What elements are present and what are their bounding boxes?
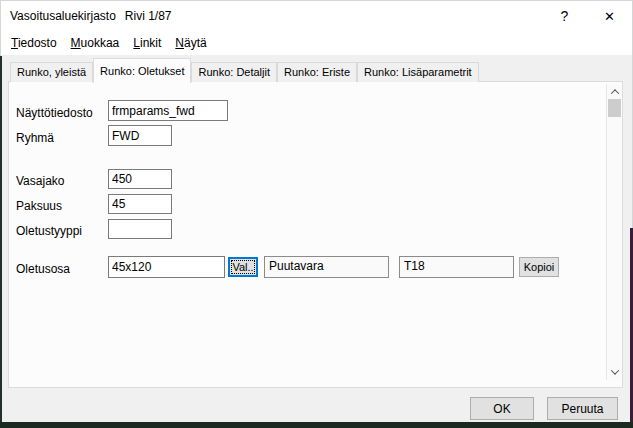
close-icon: ✕	[604, 9, 615, 24]
menu-label: äytä	[184, 36, 207, 50]
rafter-spacing-label: Vasajako	[16, 174, 64, 188]
tab-runko-detaljit[interactable]: Runko: Detaljit	[191, 62, 277, 82]
tab-runko-yleista[interactable]: Runko, yleistä	[10, 62, 93, 82]
tab-runko-eriste[interactable]: Runko: Eriste	[277, 62, 357, 82]
background-edge-bottom	[0, 422, 633, 428]
background-edge-left	[0, 56, 2, 423]
select-part-button[interactable]: Val..	[228, 257, 258, 277]
grade-readonly-field: T18	[399, 256, 514, 278]
vertical-scrollbar[interactable]	[606, 84, 621, 380]
rafter-spacing-input[interactable]	[108, 169, 172, 189]
menu-item-muokkaa[interactable]: Muokkaa	[64, 33, 127, 53]
menu-label: uokkaa	[81, 36, 120, 50]
close-button[interactable]: ✕	[587, 1, 632, 31]
tab-page-oletukset: Näyttötiedosto Ryhmä Vasajako Paksuus Ol…	[8, 81, 623, 388]
menu-label: inkit	[140, 36, 161, 50]
scrollbar-thumb[interactable]	[608, 99, 621, 117]
default-part-input[interactable]	[108, 256, 225, 278]
menu-bar: Tiedosto Muokkaa Linkit Näytä	[1, 31, 632, 55]
row-indicator: Rivi 1/87	[125, 9, 172, 23]
default-part-label: Oletusosa	[16, 262, 70, 276]
thickness-label: Paksuus	[16, 199, 62, 213]
menu-accel: M	[71, 36, 81, 50]
default-type-input[interactable]	[108, 219, 172, 239]
group-label: Ryhmä	[16, 131, 54, 145]
display-file-label: Näyttötiedosto	[16, 106, 93, 120]
scrollbar-up-button[interactable]	[607, 84, 622, 100]
menu-accel: N	[175, 36, 184, 50]
help-button[interactable]: ?	[542, 1, 587, 31]
menu-item-tiedosto[interactable]: Tiedosto	[4, 33, 64, 53]
thickness-input[interactable]	[108, 194, 172, 214]
copy-button[interactable]: Kopioi	[519, 257, 559, 277]
titlebar-buttons: ? ✕	[542, 1, 632, 31]
dialog-window: Vasoitusaluekirjasto Rivi 1/87 ? ✕ Tiedo…	[0, 0, 633, 428]
tab-runko-lisaparametrit[interactable]: Runko: Lisäparametrit	[357, 62, 479, 82]
group-input[interactable]	[108, 125, 172, 146]
menu-accel: L	[133, 36, 140, 50]
chevron-up-icon	[610, 89, 618, 97]
display-file-input[interactable]	[108, 100, 228, 121]
window-title: Vasoitusaluekirjasto	[10, 9, 116, 23]
title-bar: Vasoitusaluekirjasto Rivi 1/87 ? ✕	[1, 1, 632, 31]
tab-strip: Runko, yleistä Runko: Oletukset Runko: D…	[10, 57, 479, 82]
ok-button[interactable]: OK	[470, 397, 534, 420]
menu-item-linkit[interactable]: Linkit	[126, 33, 168, 53]
chevron-down-icon	[610, 366, 618, 374]
menu-accel: T	[11, 36, 18, 50]
tab-runko-oletukset[interactable]: Runko: Oletukset	[93, 58, 191, 83]
scrollbar-down-button[interactable]	[607, 364, 622, 380]
help-icon: ?	[561, 8, 569, 24]
menu-label: iedosto	[18, 36, 57, 50]
menu-item-nayta[interactable]: Näytä	[168, 33, 213, 53]
cancel-button[interactable]: Peruuta	[547, 397, 618, 420]
material-readonly-field: Puutavara	[264, 256, 389, 278]
default-type-label: Oletustyyppi	[16, 224, 82, 238]
